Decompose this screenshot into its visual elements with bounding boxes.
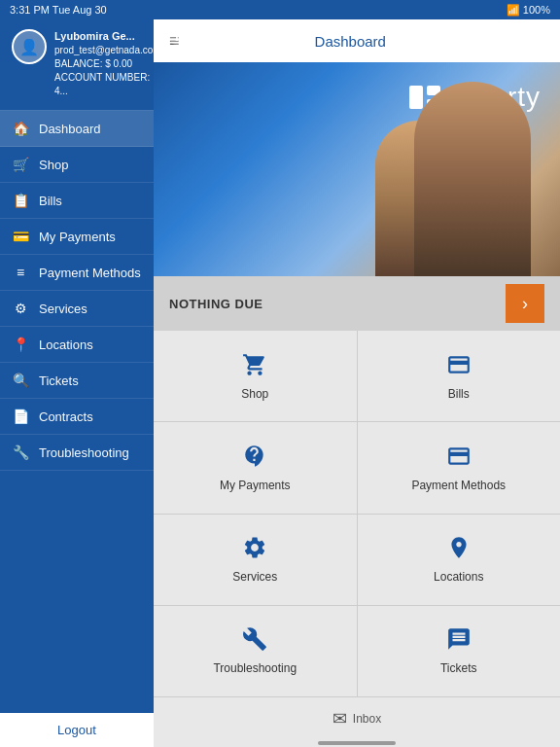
- grid-shop-icon: [242, 352, 267, 381]
- status-indicators: 📶 100%: [507, 4, 550, 17]
- payment-methods-icon: ≡: [12, 265, 29, 280]
- nothing-due-banner: NOTHING DUE ›: [154, 276, 560, 331]
- sidebar-item-my-payments[interactable]: 💳 My Payments: [0, 219, 154, 255]
- user-account: ACCOUNT NUMBER: 4...: [54, 71, 161, 98]
- grid-bills-icon: [446, 352, 472, 381]
- grid-services-icon: [242, 535, 267, 564]
- locations-icon: 📍: [12, 337, 29, 352]
- grid-my-payments-icon: [242, 444, 267, 473]
- grid-menu: Shop Bills My Payments: [154, 331, 560, 696]
- sidebar-item-services[interactable]: ⚙ Services: [0, 291, 154, 327]
- contracts-icon: 📄: [12, 409, 29, 424]
- dashboard-icon: 🏠: [12, 121, 29, 136]
- main-content: ≡ Dashboard Liberty NOTHING DUE ›: [154, 19, 560, 747]
- status-bar: 3:31 PM Tue Aug 30 📶 100%: [0, 0, 560, 19]
- grid-payment-methods-icon: [446, 444, 472, 473]
- grid-bills-label: Bills: [448, 387, 470, 401]
- grid-item-my-payments[interactable]: My Payments: [154, 422, 357, 513]
- sidebar-item-dashboard[interactable]: 🏠 Dashboard: [0, 111, 154, 147]
- grid-my-payments-label: My Payments: [220, 479, 291, 492]
- user-info: Lyubomira Ge... prod_test@getnada.com BA…: [54, 29, 161, 98]
- info-icon[interactable]: ℹ: [169, 29, 185, 45]
- user-email: prod_test@getnada.com: [54, 44, 161, 57]
- inbox-label: Inbox: [353, 712, 381, 726]
- grid-locations-label: Locations: [434, 570, 483, 584]
- grid-item-bills[interactable]: Bills: [358, 331, 561, 421]
- svg-rect-0: [409, 86, 423, 109]
- grid-shop-label: Shop: [241, 387, 268, 401]
- bills-icon: 📋: [12, 193, 29, 208]
- grid-item-tickets[interactable]: Tickets: [358, 606, 561, 696]
- grid-item-shop[interactable]: Shop: [154, 331, 357, 421]
- scroll-indicator: [318, 741, 396, 745]
- hero-section: Liberty: [154, 62, 560, 276]
- grid-troubleshooting-icon: [242, 626, 267, 656]
- adult-silhouette: [414, 82, 531, 276]
- orange-action-button[interactable]: ›: [506, 284, 544, 323]
- grid-troubleshooting-label: Troubleshooting: [213, 661, 297, 675]
- sidebar-item-locations[interactable]: 📍 Locations: [0, 327, 154, 363]
- grid-item-services[interactable]: Services: [154, 515, 357, 605]
- inbox-icon: ✉: [332, 708, 347, 729]
- sidebar-item-contracts[interactable]: 📄 Contracts: [0, 399, 154, 435]
- grid-locations-icon: [446, 535, 472, 564]
- app-container: 👤 Lyubomira Ge... prod_test@getnada.com …: [0, 19, 560, 747]
- sidebar-item-tickets[interactable]: 🔍 Tickets: [0, 363, 154, 399]
- my-payments-icon: 💳: [12, 229, 29, 244]
- sidebar-item-troubleshooting[interactable]: 🔧 Troubleshooting: [0, 435, 154, 471]
- grid-services-label: Services: [232, 570, 277, 584]
- sidebar: 👤 Lyubomira Ge... prod_test@getnada.com …: [0, 19, 154, 747]
- services-icon: ⚙: [12, 301, 29, 316]
- user-balance: BALANCE: $ 0.00: [54, 57, 161, 71]
- grid-tickets-icon: [446, 626, 472, 656]
- inbox-bar[interactable]: ✉ Inbox: [154, 696, 560, 739]
- shop-icon: 🛒: [12, 157, 29, 172]
- sidebar-header: 👤 Lyubomira Ge... prod_test@getnada.com …: [0, 19, 154, 111]
- avatar: 👤: [12, 29, 47, 64]
- tickets-icon: 🔍: [12, 373, 29, 388]
- sidebar-item-bills[interactable]: 📋 Bills: [0, 183, 154, 219]
- top-bar: ≡ Dashboard: [154, 19, 560, 62]
- status-time: 3:31 PM Tue Aug 30: [10, 4, 107, 16]
- grid-payment-methods-label: Payment Methods: [411, 479, 506, 492]
- grid-item-troubleshooting[interactable]: Troubleshooting: [154, 606, 357, 696]
- page-title: Dashboard: [315, 33, 386, 50]
- user-name: Lyubomira Ge...: [54, 29, 161, 44]
- troubleshooting-icon: 🔧: [12, 445, 29, 460]
- sidebar-item-payment-methods[interactable]: ≡ Payment Methods: [0, 255, 154, 291]
- logout-button[interactable]: Logout: [0, 713, 154, 747]
- grid-tickets-label: Tickets: [440, 661, 477, 675]
- grid-item-payment-methods[interactable]: Payment Methods: [358, 422, 561, 513]
- nothing-due-text: NOTHING DUE: [169, 297, 263, 311]
- grid-item-locations[interactable]: Locations: [358, 515, 561, 605]
- sidebar-item-shop[interactable]: 🛒 Shop: [0, 147, 154, 183]
